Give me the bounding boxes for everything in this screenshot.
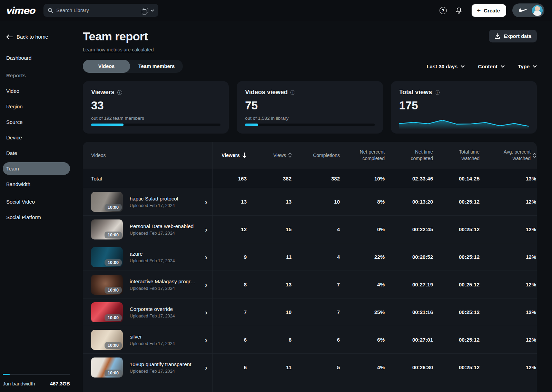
col-total-time[interactable]: Total time watched — [433, 149, 480, 162]
video-thumbnail[interactable]: 10:00 — [91, 330, 123, 350]
video-thumbnail[interactable]: 10:00 — [91, 302, 123, 322]
tab-team-members[interactable]: Team members — [130, 60, 183, 73]
cell-views: 10 — [247, 309, 292, 315]
table-row[interactable]: 10:00 interactive Malagasy programmi... … — [83, 271, 537, 298]
bandwidth-value: 467.3GB — [50, 381, 70, 386]
video-thumbnail[interactable]: 10:00 — [91, 357, 123, 378]
search-input[interactable] — [56, 8, 143, 13]
video-title[interactable]: haptic Salad protocol — [130, 196, 198, 202]
sidebar-item-region[interactable]: Region — [3, 100, 70, 113]
app-root: vimeo ? + Create Back to home Dashb — [0, 0, 552, 392]
video-thumbnail[interactable]: 10:00 — [91, 247, 123, 267]
video-title[interactable]: Personal Data web-enabled — [130, 223, 198, 229]
sidebar-item-video[interactable]: Video — [3, 85, 70, 97]
chevron-right-icon[interactable]: › — [205, 253, 207, 261]
table-header: Videos Viewers Views Completions Net per… — [83, 142, 537, 169]
sidebar-item-team[interactable]: Team — [3, 162, 70, 175]
video-title[interactable]: Corporate override — [130, 306, 198, 312]
tab-label: Team members — [138, 63, 175, 69]
table-row[interactable]: 10:00 1080p quantify transparent Uploade… — [83, 354, 537, 381]
vimeo-logo[interactable]: vimeo — [6, 5, 34, 16]
col-viewers[interactable]: Viewers — [212, 152, 247, 159]
col-views[interactable]: Views — [247, 152, 292, 159]
duration-badge: 10:00 — [105, 232, 122, 238]
video-uploaded: Uploaded Feb 17, 2024 — [130, 341, 198, 346]
table-row[interactable]: 10:00 silver Uploaded Feb 17, 2024 › 6 8… — [83, 326, 537, 354]
video-title[interactable]: silver — [130, 334, 198, 340]
cell-net-percent: 0% — [340, 226, 385, 232]
cell-total-time: 00:25:12 — [433, 199, 480, 205]
video-title[interactable]: azure — [130, 251, 198, 257]
cell-completions: 5 — [292, 364, 340, 370]
sidebar-item-bandwidth[interactable]: Bandwidth — [3, 178, 70, 190]
table-row[interactable]: 10:00 Personal Data web-enabled Uploaded… — [83, 216, 537, 243]
search-bar[interactable] — [43, 4, 158, 17]
video-thumbnail[interactable]: 10:00 — [91, 219, 123, 239]
create-button[interactable]: + Create — [472, 4, 506, 17]
chevron-right-icon[interactable]: › — [205, 198, 207, 206]
content-filter[interactable]: Content — [478, 63, 505, 69]
back-to-home-link[interactable]: Back to home — [3, 30, 70, 43]
chevron-down-icon[interactable] — [150, 9, 154, 12]
cell-viewers: 13 — [212, 199, 247, 205]
cell-net-percent: 6% — [340, 337, 385, 343]
info-icon[interactable]: i — [290, 90, 295, 95]
table-row[interactable]: 10:00 Corporate override Uploaded Feb 17… — [83, 298, 537, 326]
tab-videos[interactable]: Videos — [83, 60, 130, 73]
total-views-card: Total views i 175 — [391, 81, 537, 134]
table-column-divider — [212, 142, 213, 392]
total-avg-percent: 13% — [480, 176, 536, 182]
top-bar: vimeo ? + Create — [0, 0, 552, 21]
video-thumbnail[interactable]: 10:00 — [91, 275, 123, 295]
chevron-down-icon — [461, 65, 465, 68]
video-title[interactable]: 1080p quantify transparent — [130, 361, 198, 367]
videos-viewed-progress-fill — [245, 124, 258, 126]
metrics-link[interactable]: Learn how metrics are calculated — [83, 47, 154, 52]
chevron-right-icon[interactable]: › — [205, 281, 207, 289]
avatar[interactable] — [532, 5, 543, 16]
videos-viewed-subtext: out of 1,582 in library — [245, 116, 374, 121]
info-icon[interactable]: i — [117, 90, 122, 95]
notifications-button[interactable] — [453, 4, 465, 16]
video-thumbnail[interactable]: 10:00 — [91, 192, 123, 212]
cell-avg-percent: 12% — [480, 364, 536, 370]
cell-views: 13 — [247, 199, 292, 205]
account-menu[interactable] — [512, 3, 544, 17]
total-label: Total — [83, 176, 212, 182]
date-range-filter[interactable]: Last 30 days — [426, 63, 465, 69]
sidebar-item-source[interactable]: Source — [3, 116, 70, 128]
export-data-button[interactable]: Export data — [489, 30, 537, 42]
type-filter[interactable]: Type — [518, 63, 537, 69]
col-label: Completions — [313, 152, 340, 159]
total-total-time: 00:14:25 — [433, 176, 480, 182]
sidebar-item-label: Video — [6, 88, 19, 94]
sidebar-item-device[interactable]: Device — [3, 131, 70, 144]
chevron-right-icon[interactable]: › — [205, 363, 207, 372]
chevron-right-icon[interactable]: › — [205, 336, 207, 344]
col-net-time[interactable]: Net time completed — [385, 149, 433, 162]
table-row[interactable]: 10:00 haptic Salad protocol Uploaded Feb… — [83, 188, 537, 216]
cell-completions: 4 — [292, 226, 340, 232]
col-label: Views — [273, 152, 286, 159]
sidebar-item-dashboard[interactable]: Dashboard — [3, 51, 70, 64]
col-completions[interactable]: Completions — [292, 152, 340, 159]
sidebar-item-social-video[interactable]: Social Video — [3, 195, 70, 208]
help-button[interactable]: ? — [437, 4, 449, 16]
sidebar-item-date[interactable]: Date — [3, 147, 70, 159]
viewers-progress-track — [91, 124, 220, 126]
cell-net-time: 00:20:52 — [385, 254, 433, 260]
duration-badge: 10:00 — [105, 204, 122, 211]
videos-table: Videos Viewers Views Completions Net per… — [83, 142, 537, 392]
col-net-percent[interactable]: Net percent completed — [340, 149, 385, 162]
sidebar-item-label: Region — [6, 104, 23, 109]
sidebar-item-social-platform[interactable]: Social Platform — [3, 211, 70, 224]
chevron-right-icon[interactable]: › — [205, 225, 207, 234]
library-switcher-icon[interactable] — [143, 8, 148, 13]
chevron-right-icon[interactable]: › — [205, 308, 207, 316]
info-icon[interactable]: i — [435, 90, 440, 95]
table-row[interactable]: 10:00 azure Uploaded Feb 17, 2024 › 9 11… — [83, 243, 537, 271]
viewers-value: 33 — [91, 99, 220, 112]
col-avg-percent[interactable]: Avg. percent watched — [480, 149, 536, 162]
report-tab-group: Videos Team members — [83, 60, 183, 73]
video-title[interactable]: interactive Malagasy programmi... — [130, 278, 198, 284]
